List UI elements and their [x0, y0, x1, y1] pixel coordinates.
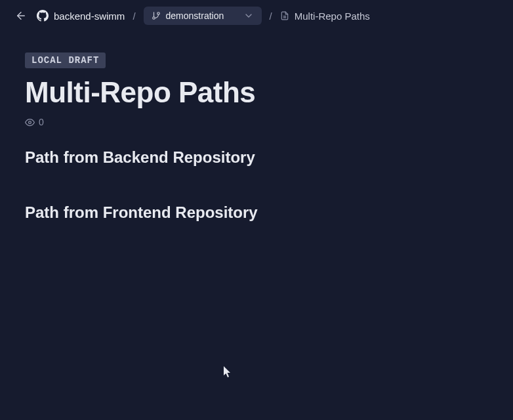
document-breadcrumb[interactable]: Multi-Repo Paths: [280, 10, 370, 22]
branch-selector[interactable]: demonstration: [144, 7, 262, 25]
main-content: LOCAL DRAFT Multi-Repo Paths 0 Path from…: [0, 32, 513, 280]
header-breadcrumb: backend-swimm / demonstration /: [0, 0, 513, 32]
section-heading: Path from Frontend Repository: [25, 203, 488, 222]
github-icon: [37, 10, 49, 22]
repo-link[interactable]: backend-swimm: [37, 10, 125, 22]
page-title: Multi-Repo Paths: [25, 76, 488, 109]
breadcrumb-separator: /: [133, 10, 135, 22]
branch-name-label: demonstration: [166, 10, 224, 21]
svg-point-6: [29, 121, 31, 123]
view-counter: 0: [25, 117, 488, 127]
eye-icon: [25, 117, 35, 127]
view-count-label: 0: [39, 117, 44, 127]
section-heading: Path from Backend Repository: [25, 148, 488, 167]
branch-selector-left: demonstration: [152, 10, 224, 21]
repo-name-label: backend-swimm: [54, 10, 125, 22]
chevron-down-icon: [243, 10, 254, 21]
draft-badge: LOCAL DRAFT: [25, 52, 106, 68]
mouse-cursor: [224, 366, 233, 381]
document-icon: [280, 11, 289, 20]
breadcrumb-separator: /: [270, 10, 272, 22]
git-branch-icon: [152, 11, 161, 20]
arrow-left-icon: [15, 10, 27, 22]
back-button[interactable]: [13, 8, 29, 24]
document-name-label: Multi-Repo Paths: [295, 10, 370, 22]
